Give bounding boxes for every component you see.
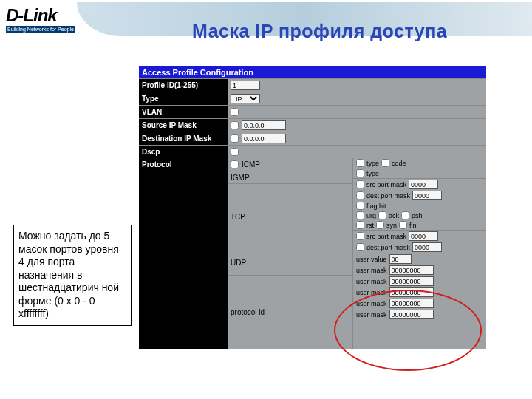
dst-ip-mask-checkbox[interactable] [231, 134, 239, 143]
udp-label: UDP [231, 259, 246, 267]
user-mask-input-4[interactable] [389, 299, 434, 308]
brand-logo: D-Link Building Networks for People [0, 4, 81, 35]
udp-dst-mask-checkbox[interactable] [356, 243, 364, 251]
icmp-type-label: type [366, 160, 379, 167]
ack-checkbox[interactable] [378, 211, 386, 219]
annotation-note: Можно задать до 5 масок портов уровня 4 … [13, 225, 132, 326]
tcp-src-mask-input[interactable] [409, 180, 438, 189]
user-mask-label-3: user mask [356, 289, 387, 296]
vlan-checkbox[interactable] [231, 108, 239, 116]
syn-checkbox[interactable] [376, 221, 384, 229]
psh-checkbox[interactable] [401, 211, 409, 219]
user-mask-label-4: user mask [356, 300, 387, 307]
tcp-src-mask-label: src port mask [366, 181, 406, 188]
profile-id-input[interactable] [231, 81, 260, 90]
tcp-label: TCP [231, 213, 245, 221]
panel-title: Access Profile Configuration [139, 66, 486, 78]
urg-label: urg [366, 212, 376, 219]
rst-label: rst [366, 222, 374, 229]
user-mask-label-1: user mask [356, 267, 387, 274]
access-profile-panel: Access Profile Configuration Profile ID(… [139, 66, 486, 349]
dst-ip-mask-label: Destination IP Mask [139, 132, 228, 145]
igmp-type-checkbox[interactable] [356, 169, 364, 177]
type-label: Type [139, 92, 228, 105]
brand-tagline: Building Networks for People [6, 26, 75, 33]
fin-checkbox[interactable] [399, 221, 407, 229]
rst-checkbox[interactable] [356, 221, 364, 229]
tcp-dst-mask-label: dest port mask [366, 192, 410, 200]
udp-src-mask-checkbox[interactable] [356, 232, 364, 240]
src-ip-mask-input[interactable] [242, 120, 286, 130]
profile-id-label: Profile ID(1-255) [139, 79, 228, 92]
icmp-code-label: code [392, 160, 406, 167]
dscp-checkbox[interactable] [231, 148, 239, 156]
udp-src-mask-label: src port mask [366, 233, 406, 240]
user-value-label: user value [356, 256, 387, 263]
brand-name: D-Link [6, 7, 75, 24]
type-select[interactable]: IP [231, 94, 260, 103]
icmp-code-checkbox[interactable] [381, 159, 389, 167]
tcp-dst-mask-input[interactable] [412, 191, 442, 200]
ack-label: ack [389, 212, 399, 219]
vlan-label: VLAN [139, 106, 228, 118]
user-mask-input-1[interactable] [389, 265, 434, 275]
user-mask-input-5[interactable] [389, 310, 434, 319]
icmp-type-checkbox[interactable] [356, 159, 364, 167]
user-mask-input-2[interactable] [389, 276, 434, 286]
protocol-checkbox[interactable] [231, 160, 239, 168]
src-ip-mask-label: Source IP Mask [139, 119, 228, 132]
flag-bit-checkbox[interactable] [356, 202, 364, 210]
urg-checkbox[interactable] [356, 211, 364, 219]
dst-ip-mask-input[interactable] [242, 134, 286, 143]
flag-bit-label: flag bit [366, 202, 386, 210]
igmp-label: IGMP [231, 174, 250, 182]
fin-label: fin [409, 222, 417, 229]
igmp-type-label: type [366, 170, 379, 177]
syn-label: syn [386, 222, 397, 229]
tcp-src-mask-checkbox[interactable] [356, 180, 364, 188]
page-title: Маска IP профиля доступа [192, 21, 447, 42]
udp-dst-mask-input[interactable] [412, 242, 442, 252]
src-ip-mask-checkbox[interactable] [231, 121, 239, 129]
tcp-dst-mask-checkbox[interactable] [356, 191, 364, 200]
user-mask-label-2: user mask [356, 278, 387, 285]
dscp-label: Dscp [139, 146, 228, 158]
user-mask-label-5: user mask [356, 311, 387, 318]
udp-dst-mask-label: dest port mask [366, 244, 410, 251]
psh-label: psh [412, 212, 423, 219]
protocol-label: Protocol [142, 160, 172, 168]
user-value-input[interactable] [389, 254, 412, 264]
protocol-id-label: protocol id [231, 308, 265, 316]
udp-src-mask-input[interactable] [409, 231, 438, 241]
icmp-label: ICMP [242, 160, 260, 168]
user-mask-input-3[interactable] [389, 287, 434, 297]
